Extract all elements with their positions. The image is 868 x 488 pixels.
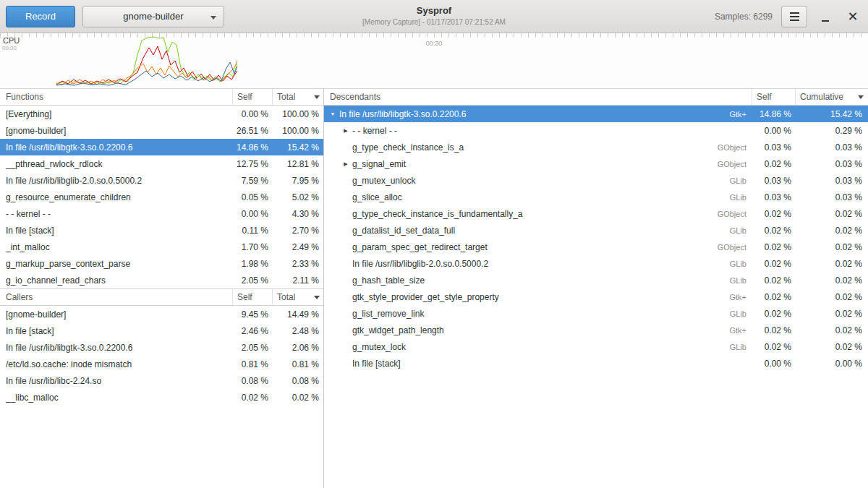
tree-row[interactable]: gtk_widget_path_lengthGtk+0.02 %0.02 % [324,322,868,338]
descendant-name: g_mutex_unlock [352,176,415,186]
expander-closed-icon[interactable]: ▶ [341,161,350,167]
expander-closed-icon[interactable]: ▶ [341,128,350,134]
cumulative-value: 0.03 % [796,176,868,186]
library-category-label: GObject [709,210,752,218]
table-row[interactable]: [gnome-builder]9.45 %14.49 % [0,306,323,322]
self-column-header[interactable]: Self [752,89,796,105]
descendant-name: g_type_check_instance_is_fundamentally_a [352,209,523,219]
library-category-label: GLib [709,309,752,318]
self-value: 1.98 % [233,259,273,269]
function-name: g_markup_parse_context_parse [0,259,233,269]
tree-row[interactable]: ▼In file /usr/lib/libgtk-3.so.0.2200.6Gt… [324,106,868,122]
tree-row[interactable]: gtk_style_provider_get_style_propertyGtk… [324,288,868,305]
table-row[interactable]: In file /usr/lib/libc-2.24.so0.08 %0.08 … [0,372,323,389]
self-value: 0.02 % [752,342,796,352]
descendant-name-cell: g_type_check_instance_is_a [324,142,709,153]
minimize-button[interactable] [816,7,835,26]
descendant-name: g_datalist_id_set_data_full [352,226,455,236]
tree-row[interactable]: ▶- - kernel - -0.00 %0.29 % [324,122,868,139]
functions-table-header: Functions Self Total [0,88,323,106]
total-value: 100.00 % [273,126,323,136]
callers-column-header[interactable]: Callers [0,289,233,305]
self-value: 12.75 % [233,159,273,169]
function-name: [gnome-builder] [0,309,233,320]
headerbar: Record gnome-builder Sysprof [Memory Cap… [0,0,868,33]
total-value: 2.06 % [273,343,323,353]
self-value: 0.81 % [233,359,273,369]
cumulative-column-header[interactable]: Cumulative [796,89,868,105]
table-row[interactable]: - - kernel - -0.00 %4.30 % [0,205,323,222]
table-row[interactable]: [gnome-builder]26.51 %100.00 % [0,122,323,139]
tree-row[interactable]: g_type_check_instance_is_aGObject0.03 %0… [324,139,868,155]
minimize-icon [822,20,829,22]
table-row[interactable]: In file /usr/lib/libglib-2.0.so.0.5000.2… [0,172,323,189]
record-button[interactable]: Record [6,6,75,27]
cpu-timeline[interactable]: CPU 00:00 00:30 [0,33,868,88]
descendants-column-header[interactable]: Descendants [324,89,752,105]
self-value: 2.46 % [233,326,273,336]
close-button[interactable]: ✕ [843,7,862,26]
table-row[interactable]: __libc_malloc0.02 %0.02 % [0,389,323,406]
total-column-header[interactable]: Total [273,289,323,305]
tree-row[interactable]: In file [stack]0.00 %0.00 % [324,355,868,372]
self-value: 0.02 % [752,209,796,219]
descendant-name: In file /usr/lib/libgtk-3.so.0.2200.6 [339,109,466,119]
table-row[interactable]: [Everything]0.00 %100.00 % [0,106,323,122]
tree-row[interactable]: In file /usr/lib/libglib-2.0.so.0.5000.2… [324,255,868,272]
descendant-name: g_mutex_lock [352,342,406,352]
menu-button[interactable] [781,6,807,27]
self-value: 0.00 % [752,359,796,369]
tree-row[interactable]: ▶g_signal_emitGObject0.02 %0.03 % [324,155,868,172]
cumulative-value: 0.03 % [796,192,868,202]
table-row[interactable]: g_io_channel_read_chars2.05 %2.11 % [0,272,323,288]
cumulative-value: 0.02 % [796,275,868,286]
table-row[interactable]: /etc/ld.so.cache: inode mismatch0.81 %0.… [0,356,323,372]
functions-column-header[interactable]: Functions [0,89,233,105]
self-value: 1.70 % [233,242,273,252]
table-row[interactable]: __pthread_rwlock_rdlock12.75 %12.81 % [0,155,323,172]
tree-row[interactable]: g_slice_allocGLib0.03 %0.03 % [324,189,868,205]
tree-row[interactable]: g_hash_table_sizeGLib0.02 %0.02 % [324,272,868,288]
total-value: 12.81 % [273,159,323,169]
tree-row[interactable]: g_mutex_unlockGLib0.03 %0.03 % [324,172,868,189]
close-icon: ✕ [847,10,858,23]
cumulative-value: 0.03 % [796,142,868,153]
process-selector-dropdown[interactable]: gnome-builder [82,6,224,27]
process-selector-value: gnome-builder [123,11,183,22]
self-value: 0.05 % [233,192,273,202]
cumulative-value: 0.02 % [796,309,868,319]
tree-row[interactable]: g_mutex_lockGLib0.02 %0.02 % [324,338,868,355]
tree-row[interactable]: g_datalist_id_set_data_fullGLib0.02 %0.0… [324,222,868,239]
tree-row[interactable]: g_list_remove_linkGLib0.02 %0.02 % [324,305,868,322]
main-content: Functions Self Total [Everything]0.00 %1… [0,88,868,488]
library-category-label: GLib [709,176,752,185]
expander-open-icon[interactable]: ▼ [328,111,337,116]
descendant-name-cell: In file /usr/lib/libglib-2.0.so.0.5000.2 [324,259,709,269]
descendant-name-cell: g_param_spec_get_redirect_target [324,242,709,252]
table-row[interactable]: g_resource_enumerate_children0.05 %5.02 … [0,189,323,205]
descendant-name: g_slice_alloc [352,192,402,202]
function-name: /etc/ld.so.cache: inode mismatch [0,359,233,369]
chevron-down-icon [210,16,216,20]
library-category-label: GLib [709,226,752,235]
self-column-header[interactable]: Self [233,289,273,305]
library-category-label: Gtk+ [709,326,752,335]
tree-row[interactable]: g_type_check_instance_is_fundamentally_a… [324,205,868,222]
total-value: 15.42 % [273,142,323,153]
self-column-header[interactable]: Self [233,89,273,105]
table-row[interactable]: In file [stack]0.11 %2.70 % [0,222,323,239]
table-row[interactable]: g_markup_parse_context_parse1.98 %2.33 % [0,255,323,272]
self-value: 0.02 % [752,292,796,302]
table-row[interactable]: In file [stack]2.46 %2.48 % [0,322,323,339]
total-column-header[interactable]: Total [273,89,323,105]
table-row[interactable]: _int_malloc1.70 %2.49 % [0,239,323,255]
total-value: 2.70 % [273,226,323,236]
table-row[interactable]: In file /usr/lib/libgtk-3.so.0.2200.62.0… [0,339,323,356]
self-value: 2.05 % [233,343,273,353]
descendant-name-cell: ▼In file /usr/lib/libgtk-3.so.0.2200.6 [324,109,709,119]
total-column-label: Total [277,292,295,302]
self-value: 0.00 % [233,209,273,219]
tree-row[interactable]: g_param_spec_get_redirect_targetGObject0… [324,239,868,255]
self-value: 14.86 % [233,142,273,153]
table-row[interactable]: In file /usr/lib/libgtk-3.so.0.2200.614.… [0,139,323,155]
